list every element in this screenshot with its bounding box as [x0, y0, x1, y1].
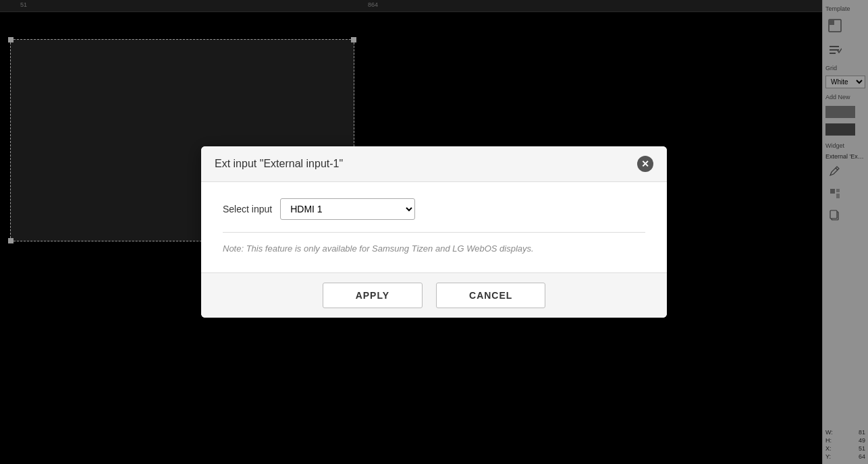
- modal-note: Note: This feature is only available for…: [223, 243, 645, 254]
- select-input-label: Select input: [223, 204, 272, 214]
- modal-title: Ext input "External input-1": [215, 158, 343, 170]
- apply-button[interactable]: APPLY: [323, 283, 423, 308]
- modal-dialog: Ext input "External input-1" ✕ Select in…: [201, 146, 667, 318]
- modal-body: Select input HDMI 1 HDMI 2 HDMI 3 DP DVI…: [201, 182, 667, 272]
- modal-footer: APPLY CANCEL: [201, 272, 667, 318]
- hdmi-select[interactable]: HDMI 1 HDMI 2 HDMI 3 DP DVI: [280, 198, 415, 220]
- modal-close-button[interactable]: ✕: [637, 156, 653, 172]
- select-input-row: Select input HDMI 1 HDMI 2 HDMI 3 DP DVI: [223, 198, 645, 220]
- modal-overlay: Ext input "External input-1" ✕ Select in…: [0, 0, 868, 464]
- cancel-button[interactable]: CANCEL: [436, 283, 545, 308]
- modal-header: Ext input "External input-1" ✕: [201, 146, 667, 182]
- modal-divider: [223, 232, 645, 233]
